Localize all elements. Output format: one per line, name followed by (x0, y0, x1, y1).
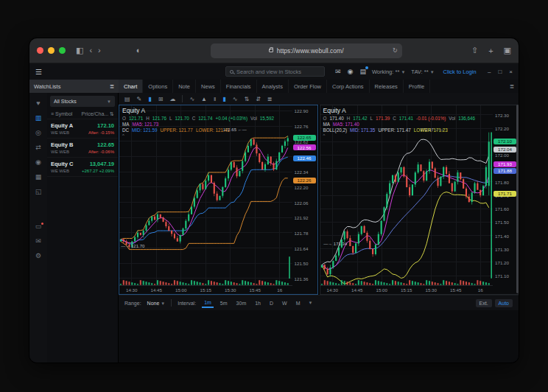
minimize-icon[interactable]: – (488, 69, 491, 75)
price-axis[interactable]: 122.90122.76122.62122.48122.34122.20122.… (292, 105, 317, 285)
candle-type-icon[interactable]: ▮ (148, 96, 151, 102)
area-chart-icon[interactable]: ▲ (201, 96, 207, 102)
close-icon[interactable]: × (509, 69, 513, 75)
time-axis[interactable]: 14:3014:4515:0015:1515:3015:4516 (119, 285, 317, 294)
symbol-sub: WE WEB (51, 150, 73, 154)
community-icon[interactable]: ⇄ (35, 144, 41, 151)
line-chart-icon[interactable]: ∿ (189, 96, 194, 102)
tab-chart[interactable]: Chart (119, 80, 143, 93)
tab-financials[interactable]: Financials (221, 80, 257, 93)
support-icon[interactable]: ◉ (348, 68, 354, 75)
watchlists-menu-icon[interactable]: ≣ (110, 83, 114, 90)
interval-1h[interactable]: 1h (253, 299, 263, 307)
favorites-icon[interactable]: ♥ (36, 100, 40, 107)
settings-gear-icon[interactable]: ⚙ (35, 253, 41, 259)
login-link[interactable]: Click to Login (443, 69, 477, 75)
watchlist-row-right: 172.10After: -0.15% (88, 122, 114, 135)
paper-trade-icon[interactable]: ◉ (35, 159, 41, 166)
interval-30m[interactable]: 30m (234, 299, 249, 307)
app-menu-icon[interactable]: ☰ (35, 68, 50, 76)
time-labels: 14:3014:4515:0015:1515:3015:4516 (119, 285, 292, 294)
messages-icon[interactable]: ✉ (35, 238, 41, 245)
compare-icon[interactable]: ⇵ (256, 96, 261, 102)
minimize-traffic-icon[interactable] (48, 47, 55, 54)
ext-toggle[interactable]: Ext. (476, 299, 492, 307)
price-tick: 171.30 (495, 247, 509, 252)
screener-icon[interactable]: ▦ (35, 174, 42, 181)
watchlist-row[interactable]: Equity BWE WEB122.65After: -0.06% (47, 139, 118, 158)
briefcase-icon[interactable]: ▭ (35, 223, 42, 230)
portfolio-folder-icon[interactable]: ▤ (359, 68, 366, 75)
price-axis[interactable]: 172.30172.20172.10172.00171.90171.80171.… (493, 105, 518, 285)
close-traffic-icon[interactable] (37, 47, 43, 54)
mail-icon[interactable]: ✉ (335, 68, 341, 75)
draw-pencil-icon[interactable]: ✎ (137, 96, 142, 102)
watchlist-row-left: Equity AWE WEB (51, 122, 73, 135)
tab-corp-actions[interactable]: Corp Actions (327, 80, 370, 93)
tab-profile[interactable]: Profile (404, 80, 430, 93)
time-tick: 16 (277, 287, 282, 293)
tab-overview-icon[interactable]: ▣ (504, 46, 511, 55)
plot-area[interactable]: Equity AO121.71H121.76L121.70C121.74+0.0… (119, 105, 292, 285)
tab-note[interactable]: Note (173, 80, 196, 93)
sidebar-toggle-icon[interactable]: ◧ (76, 46, 83, 55)
chart-panel[interactable]: Equity AO171.40H171.42L171.39C171.41-0.0… (320, 105, 519, 295)
cloud-save-icon[interactable]: ☁ (169, 96, 175, 102)
price-tick: 121.36 (295, 276, 309, 281)
zoom-traffic-icon[interactable] (59, 47, 66, 54)
watchlist-filter-select[interactable]: All Stocks ▼ (50, 96, 115, 107)
new-tab-icon[interactable]: + (488, 46, 493, 55)
interval-M[interactable]: M (294, 299, 303, 307)
tab-analysts[interactable]: Analysts (257, 80, 289, 93)
working-value[interactable]: Working: ** ▼ (372, 69, 405, 75)
back-icon[interactable]: ‹ (89, 46, 92, 55)
symbol-price: 122.65 (88, 141, 114, 148)
interval-5m[interactable]: 5m (218, 299, 230, 307)
price-tick: 121.92 (295, 215, 309, 220)
traffic-lights[interactable] (37, 47, 66, 54)
discover-icon[interactable]: ◎ (35, 130, 41, 136)
auto-toggle[interactable]: Auto (495, 299, 513, 307)
candlestick-icon[interactable]: ▮ (222, 96, 225, 102)
tab-releases[interactable]: Releases (370, 80, 404, 93)
interval-more-icon[interactable]: ▼ (309, 301, 313, 305)
watchlist-columns[interactable]: ≡ Symbol Price/Cha... ⇅ (47, 110, 118, 119)
chart-panel[interactable]: Equity AO121.71H121.76L121.70C121.74+0.0… (119, 105, 318, 295)
tab-order-flow[interactable]: Order Flow (289, 80, 327, 93)
share-icon[interactable]: ⇧ (471, 46, 478, 55)
indicators-icon[interactable]: ⇅ (244, 96, 249, 102)
curve-icon[interactable]: ∿ (233, 96, 238, 102)
tabs-more-icon[interactable]: ≣ (505, 80, 519, 93)
chart-settings-icon[interactable]: ≣ (267, 96, 273, 102)
volume-bars-icon[interactable]: ‖ (214, 96, 216, 102)
watchlist-row-left: Equity CWE WEB (51, 161, 73, 173)
price-annotation: 172.17 ←— (421, 127, 444, 132)
layout-grid-icon[interactable]: ⊞ (158, 96, 164, 102)
reload-icon[interactable]: ↻ (393, 47, 398, 54)
tab-options[interactable]: Options (143, 80, 173, 93)
snapshot-icon[interactable]: ▤ (124, 96, 130, 102)
markets-icon[interactable]: ▥ (35, 115, 42, 122)
plot-area[interactable]: Equity AO171.40H171.42L171.39C171.41-0.0… (320, 105, 493, 285)
watchlist-row[interactable]: Equity AWE WEB172.10After: -0.15% (47, 119, 118, 139)
interval-1m[interactable]: 1m (202, 298, 214, 308)
search-input[interactable]: Search and view in Stocks (225, 66, 325, 77)
price-tick: 172.30 (495, 113, 509, 118)
interval-D[interactable]: D (267, 299, 275, 307)
time-tick: 14:45 (151, 287, 162, 293)
time-axis[interactable]: 14:3014:4515:0015:1515:3015:4516 (320, 285, 519, 294)
address-bar[interactable]: https://www.webull.com/ ↻ (211, 43, 402, 58)
interval-W[interactable]: W (280, 299, 289, 307)
scrollbar[interactable] (516, 105, 519, 293)
forward-icon[interactable]: › (98, 46, 101, 55)
maximize-icon[interactable]: □ (498, 69, 502, 75)
time-tick: 15:30 (426, 287, 437, 293)
tav-value[interactable]: TAV: ** ▼ (411, 69, 434, 75)
price-badge: 172.04 (493, 147, 516, 153)
tab-news[interactable]: News (196, 80, 221, 93)
range-select[interactable]: None ▼ (147, 301, 166, 306)
vault-icon[interactable]: ◱ (35, 189, 42, 195)
symbol-name: Equity B (51, 141, 73, 148)
watchlist-row[interactable]: Equity CWE WEB13,047.19+267.27 +2.09% (47, 158, 118, 177)
url-text: https://www.webull.com/ (277, 47, 344, 55)
